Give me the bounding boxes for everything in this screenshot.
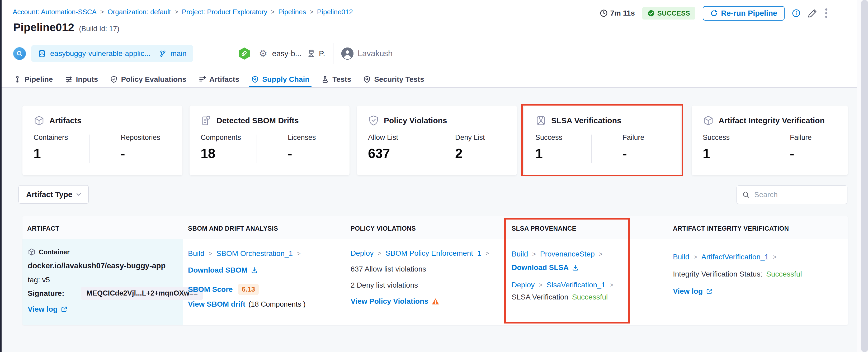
tab-label: Pipeline [25, 75, 53, 84]
view-sbom-drift-link[interactable]: View SBOM drift [188, 300, 245, 309]
tab-inputs[interactable]: Inputs [65, 71, 98, 87]
scrollbar-thumb[interactable] [861, 0, 868, 352]
breadcrumb-separator: > [100, 8, 104, 15]
view-log-link[interactable]: View log [673, 287, 703, 295]
artifact-view-log-row: View log [28, 305, 68, 314]
view-log-link[interactable]: View log [28, 305, 58, 314]
repo-name[interactable]: easybuggy-vulnerable-applic... [50, 49, 151, 58]
stage-link[interactable]: Deploy [512, 281, 534, 289]
stat-value: 18 [200, 146, 241, 161]
step-link[interactable]: ArtifactVerification_1 [702, 253, 769, 261]
stat-value: 1 [703, 146, 730, 161]
stage-link[interactable]: Deploy [350, 249, 374, 258]
service-name[interactable]: easy-b... [272, 49, 302, 58]
supply-chain-page: Account: Automation-SSCA > Organization:… [0, 0, 868, 352]
view-policy-violations-link[interactable]: View Policy Violations [350, 297, 429, 306]
clock-icon [600, 9, 608, 17]
card-title: SLSA Verifications [551, 116, 621, 125]
download-icon[interactable] [251, 267, 258, 274]
step-link[interactable]: SBOM Policy Enforcement_1 [386, 249, 482, 258]
rerun-label: Re-run Pipeline [721, 9, 777, 18]
stage-link[interactable]: Build [512, 250, 528, 258]
allow-violations-row: 637 Allow list violations [350, 265, 426, 274]
artifact-type-dropdown[interactable]: Artifact Type [19, 185, 89, 204]
artifacts-summary-card: Artifacts Containers1 Repositories- [23, 105, 182, 175]
stat-label: Deny List [455, 133, 485, 142]
rerun-pipeline-button[interactable]: Re-run Pipeline [703, 6, 784, 21]
shield-check-icon [368, 115, 379, 126]
stat-licenses: Licenses- [288, 133, 316, 161]
download-icon[interactable] [572, 264, 579, 271]
stat-value: - [622, 146, 644, 161]
integrity-step-crumb: Build> ArtifactVerification_1> [673, 253, 777, 261]
sbom-drift-row: View SBOM drift (18 Components ) [188, 300, 305, 309]
crumb-separator: > [532, 251, 536, 258]
artifact-tag-row: tag: v5 [28, 276, 50, 284]
stage-link[interactable]: Build [188, 249, 204, 258]
repo-branch-chip[interactable]: easybuggy-vulnerable-applic... main [31, 45, 193, 62]
external-link-icon[interactable] [61, 306, 68, 313]
kebab-menu-icon[interactable] [825, 8, 828, 19]
pipeline-icon [14, 76, 21, 83]
execution-duration: 7m 11s [600, 9, 635, 18]
slsa-provenance-crumb: Build> ProvenanceStep> [512, 250, 603, 258]
breadcrumb-org[interactable]: Organization: default [107, 8, 171, 16]
crumb-separator: > [599, 251, 602, 258]
tab-tests[interactable]: Tests [321, 71, 351, 87]
refresh-icon [710, 9, 718, 17]
info-icon[interactable] [792, 9, 800, 18]
artifacts-list-icon [198, 76, 206, 83]
edit-icon[interactable] [808, 8, 817, 18]
inputs-icon [65, 76, 72, 83]
step-link[interactable]: SlsaVerification_1 [547, 281, 606, 289]
stat-value: 1 [535, 146, 562, 161]
signature-value: MEQCICde2Vjl...L+2+mqnOXw== [81, 287, 203, 300]
crumb-separator: > [773, 254, 776, 261]
pill-divider [155, 49, 155, 59]
download-sbom-link[interactable]: Download SBOM [188, 266, 248, 275]
environment-name[interactable]: P. [319, 49, 325, 58]
artifacts-table: ARTIFACT SBOM AND DRIFT ANALYSIS POLICY … [23, 216, 848, 325]
sbom-step-crumb: Build> SBOM Orchestration_1> [188, 249, 302, 258]
crumb-separator: > [209, 250, 212, 257]
status-badge: SUCCESS [642, 7, 695, 20]
breadcrumb-pipelines[interactable]: Pipelines [278, 8, 306, 16]
tab-artifacts[interactable]: Artifacts [198, 71, 240, 87]
tab-pipeline[interactable]: Pipeline [14, 71, 53, 87]
stat-value: - [121, 146, 160, 161]
stage-link[interactable]: Build [673, 253, 689, 261]
supply-chain-content: Artifacts Containers1 Repositories- Dete… [2, 88, 857, 352]
step-link[interactable]: SBOM Orchestration_1 [216, 249, 293, 258]
breadcrumb-pipeline012[interactable]: Pipeline012 [317, 8, 353, 16]
stat-value: 1 [33, 146, 68, 161]
deny-violations-text: 2 Deny list violations [350, 281, 418, 289]
duration-text: 7m 11s [610, 9, 635, 18]
download-slsa-link[interactable]: Download SLSA [512, 263, 569, 272]
breadcrumb-project[interactable]: Project: Product Exploratory [182, 8, 268, 16]
stat-label: Success [703, 133, 730, 142]
sbom-document-icon [200, 115, 212, 126]
sbom-score-link[interactable]: SBOM Score [188, 285, 233, 294]
branch-icon [159, 50, 166, 57]
breadcrumb-separator: > [310, 8, 313, 15]
tab-security-tests[interactable]: Security Tests [363, 71, 424, 87]
artifact-signature-row: Signature: MEQCICde2Vjl...L+2+mqnOXw== [28, 287, 203, 300]
container-cube-icon [28, 248, 36, 256]
artifact-image: docker.io/lavakush07/easy-buggy-app [28, 261, 165, 270]
external-link-icon[interactable] [706, 288, 713, 295]
artifact-type-row: Container [28, 248, 70, 256]
breadcrumb-account[interactable]: Account: Automation-SSCA [13, 8, 97, 16]
step-link[interactable]: ProvenanceStep [540, 250, 595, 258]
stat-label: Repositories [121, 133, 160, 142]
execution-context-row: easybuggy-vulnerable-applic... main ⚙ ea… [13, 44, 393, 63]
branch-name[interactable]: main [170, 49, 187, 58]
artifact-type-label: Artifact Type [26, 190, 72, 199]
shield-check-icon [110, 76, 118, 83]
tab-label: Security Tests [374, 75, 424, 84]
search-input[interactable] [754, 191, 839, 199]
allow-violations-text: 637 Allow list violations [350, 265, 426, 274]
tab-supply-chain[interactable]: Supply Chain [251, 71, 309, 87]
user-avatar [341, 47, 353, 60]
flask-icon [321, 76, 329, 83]
tab-policy-evaluations[interactable]: Policy Evaluations [110, 71, 186, 87]
